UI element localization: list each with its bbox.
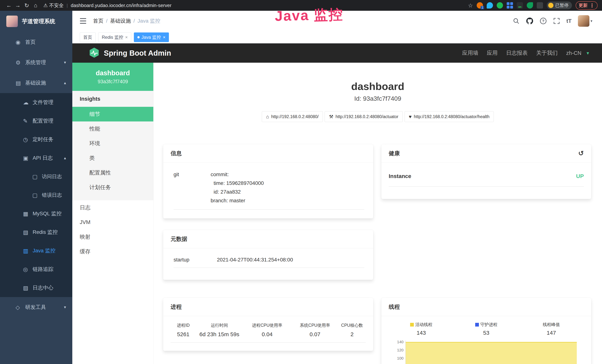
sba-item-jvm[interactable]: JVM <box>72 215 153 230</box>
chevron-down-icon: ▾ <box>591 19 592 23</box>
close-icon[interactable]: × <box>125 35 128 40</box>
sidebar-item-access-log[interactable]: ▢ 访问日志 <box>0 167 72 186</box>
breadcrumb-home[interactable]: 首页 <box>93 17 103 24</box>
home-icon[interactable]: ⌂ <box>31 2 40 9</box>
threads-chart: 140 120 100 <box>389 341 584 364</box>
sba-item-caches[interactable]: 缓存 <box>72 244 153 259</box>
chevron-up-icon: ▴ <box>64 80 66 85</box>
instance-id: 93a3fc7f7409 <box>98 79 128 85</box>
sidebar-item-scheduled-job[interactable]: ◷ 定时任务 <box>0 130 72 149</box>
chrome-update-chip[interactable]: 更新 ⋮ <box>576 1 598 10</box>
sba-item-scheduled-tasks[interactable]: 计划任务 <box>72 180 153 195</box>
sba-item-details[interactable]: 细节 <box>72 107 153 121</box>
reload-icon[interactable]: ↻ <box>22 2 31 9</box>
chevron-down-icon: ▾ <box>64 60 66 65</box>
sba-item-config-props[interactable]: 配置属性 <box>72 165 153 180</box>
search-icon[interactable] <box>513 17 520 24</box>
brand-header[interactable]: 芋道管理系统 <box>0 11 72 32</box>
process-pid: 5261 <box>171 331 196 337</box>
sba-nav-wallboard[interactable]: 应用墙 <box>462 49 478 57</box>
extension-orange-icon[interactable]: 1 <box>477 2 483 9</box>
process-card: 进程 进程ID 运行时间 进程CPU使用率 系统CPU使用率 CPU核心数 <box>163 298 373 351</box>
sba-body: dashboard 93a3fc7f7409 Insights 细节 性能 环境… <box>72 63 602 364</box>
github-icon[interactable] <box>526 17 533 25</box>
app-header: 首页 / 基础设施 / Java 监控 ? tT <box>72 11 602 31</box>
service-url-button[interactable]: ⌂ http://192.168.0.2:48080/ <box>262 111 323 122</box>
sidebar-item-trace[interactable]: ◎ 链路追踪 <box>0 260 72 278</box>
extension-green-circle-icon[interactable] <box>497 2 503 9</box>
sidebar-item-home[interactable]: ◉ 首页 <box>0 32 72 52</box>
brand-logo <box>6 16 18 27</box>
sidebar-item-devtools[interactable]: ◇ 研发工具 ▾ <box>0 297 72 317</box>
sba-item-metrics[interactable]: 性能 <box>72 121 153 136</box>
browser-menu-icon[interactable]: ⋮ <box>589 2 595 9</box>
sidebar-item-log-center[interactable]: ▨ 日志中心 <box>0 278 72 297</box>
breadcrumb-infra[interactable]: 基础设施 <box>110 17 131 24</box>
wrench-icon: ⚒ <box>329 114 333 120</box>
legend-peak-threads: 线程峰值 147 <box>519 322 584 336</box>
legend-yellow-swatch <box>410 323 414 327</box>
omnibox[interactable]: ⚠ 不安全 | dashboard.yudao.iocoder.cn/infra… <box>43 2 172 9</box>
help-icon[interactable]: ? <box>540 17 547 24</box>
sidebar-item-file-manage[interactable]: ☁ 文件管理 <box>0 93 72 112</box>
insights-group: Insights 细节 性能 环境 类 配置属性 计划任务 <box>72 91 153 200</box>
sba-language-select[interactable]: zh-CN <box>566 50 581 56</box>
git-commit-label: commit: <box>211 170 364 179</box>
sidebar-item-mysql-monitor[interactable]: ▦ MySQL 监控 <box>0 204 72 223</box>
sba-nav-about[interactable]: 关于我们 <box>536 49 558 57</box>
system-cpu: 0.07 <box>292 331 339 337</box>
bookmark-star-icon[interactable]: ☆ <box>468 2 473 9</box>
extension-leaf-icon[interactable] <box>527 2 533 9</box>
instance-header[interactable]: dashboard 93a3fc7f7409 <box>72 63 153 91</box>
extension-grid-icon[interactable] <box>507 2 513 9</box>
sidebar-item-infra[interactable]: ▤ 基础设施 ▴ <box>0 73 72 93</box>
sidebar-item-java-monitor[interactable]: ▥ Java 监控 <box>0 241 72 260</box>
log-file-icon: ▢ <box>32 173 42 180</box>
threads-card-title: 线程 <box>381 298 591 316</box>
profile-paused-chip[interactable]: 已暂停 <box>547 1 572 9</box>
sba-item-environment[interactable]: 环境 <box>72 136 153 151</box>
extension-switch-icon[interactable]: on <box>517 2 523 9</box>
edit-icon: ✎ <box>23 118 33 124</box>
url-divider: | <box>66 3 68 8</box>
log-center-icon: ▨ <box>23 285 33 291</box>
health-url-button[interactable]: ♥ http://192.168.0.2:48080/actuator/heal… <box>405 111 494 122</box>
process-table-header: 进程ID 运行时间 进程CPU使用率 系统CPU使用率 CPU核心数 <box>171 322 366 328</box>
sba-item-classes[interactable]: 类 <box>72 151 153 165</box>
sba-item-mappings[interactable]: 映射 <box>72 230 153 244</box>
sidebar-item-api-log[interactable]: ▣ API 日志 ▴ <box>0 149 72 167</box>
browser-actions: ☆ 1 on 已暂停 更新 ⋮ <box>468 1 598 10</box>
sidebar-item-config-manage[interactable]: ✎ 配置管理 <box>0 112 72 130</box>
main-column: 首页 / 基础设施 / Java 监控 ? tT <box>72 11 602 364</box>
tab-redis-monitor[interactable]: Redis 监控 × <box>98 32 131 42</box>
page-subtitle: Id: 93a3fc7f7409 <box>153 95 602 102</box>
sidebar-toggle-icon[interactable] <box>79 17 87 25</box>
metadata-card: 元数据 startup 2021-04-27T00:44:31.254+08:0… <box>163 230 373 280</box>
forward-icon[interactable]: → <box>13 2 22 9</box>
sidebar-item-error-log[interactable]: ▢ 错误日志 <box>0 186 72 204</box>
left-column: 信息 git commit: time: 1596289704000 id: 2… <box>163 144 373 351</box>
legend-daemon-threads: 守护进程 53 <box>454 322 519 336</box>
status-badge: UP <box>576 173 584 179</box>
extension-badge: 1 <box>481 6 484 9</box>
fullscreen-icon[interactable] <box>553 17 560 24</box>
sba-item-logs[interactable]: 日志 <box>72 200 153 215</box>
tags-view-bar: 首页 Redis 监控 × Java 监控 × <box>72 31 602 43</box>
user-menu[interactable]: ▾ <box>578 15 592 27</box>
back-icon[interactable]: ← <box>4 2 13 9</box>
clock-icon: ◷ <box>23 136 33 143</box>
tab-home[interactable]: 首页 <box>80 32 96 42</box>
sba-nav-journal[interactable]: 日志报表 <box>506 49 528 57</box>
font-size-icon[interactable]: tT <box>566 18 572 24</box>
history-icon[interactable]: ↺ <box>578 150 584 157</box>
actuator-url-button[interactable]: ⚒ http://192.168.0.2:48080/actuator <box>325 111 402 122</box>
threads-chart-plot <box>406 341 584 364</box>
yudao-sidebar: 芋道管理系统 ◉ 首页 ⚙ 系统管理 ▾ ▤ 基础设施 ▴ ☁ 文件管理 <box>0 11 72 364</box>
close-icon[interactable]: × <box>163 35 165 40</box>
sba-nav-applications[interactable]: 应用 <box>487 49 498 57</box>
sidebar-item-redis-monitor[interactable]: ▧ Redis 监控 <box>0 223 72 241</box>
tab-java-monitor[interactable]: Java 监控 × <box>134 32 169 42</box>
extension-pin-icon[interactable] <box>537 2 543 9</box>
sidebar-item-system[interactable]: ⚙ 系统管理 ▾ <box>0 52 72 73</box>
extension-drop-icon[interactable] <box>487 2 493 9</box>
